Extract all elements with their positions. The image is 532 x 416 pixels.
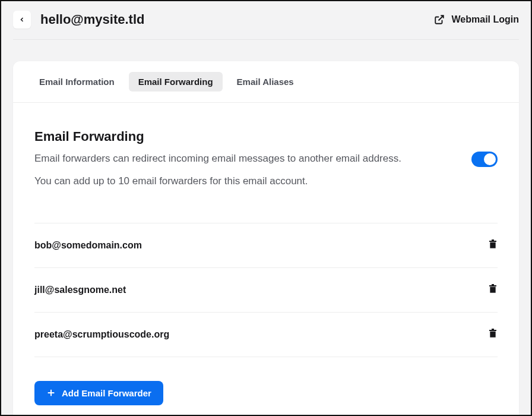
add-email-forwarder-button[interactable]: Add Email Forwarder (34, 381, 163, 405)
section-title: Email Forwarding (34, 129, 401, 144)
forwarder-row: bob@somedomain.com (34, 223, 498, 267)
svg-rect-7 (490, 331, 495, 337)
delete-forwarder-button[interactable] (488, 328, 498, 341)
main-card: Email Information Email Forwarding Email… (13, 61, 519, 416)
section-desc-1: Email forwarders can redirect incoming e… (34, 152, 401, 166)
webmail-login-label: Webmail Login (452, 14, 519, 25)
svg-rect-8 (489, 330, 496, 331)
webmail-login-link[interactable]: Webmail Login (434, 14, 519, 25)
trash-icon (488, 283, 498, 294)
forwarding-toggle[interactable] (471, 152, 498, 167)
forwarder-row: jill@salesgnome.net (34, 267, 498, 312)
chevron-left-icon (18, 16, 26, 23)
section-header: Email Forwarding Email forwarders can re… (34, 129, 498, 197)
svg-rect-6 (492, 284, 494, 285)
forwarder-email: jill@salesgnome.net (34, 285, 126, 295)
add-button-label: Add Email Forwarder (62, 388, 151, 398)
svg-rect-2 (489, 241, 496, 242)
svg-rect-4 (490, 286, 495, 292)
header-left: hello@mysite.tld (13, 11, 144, 29)
svg-rect-3 (492, 239, 494, 241)
back-button[interactable] (13, 11, 31, 29)
forwarder-email: bob@somedomain.com (34, 240, 142, 251)
svg-line-0 (438, 15, 443, 20)
trash-icon (488, 328, 498, 339)
tab-email-information[interactable]: Email Information (30, 72, 124, 92)
section-header-text: Email Forwarding Email forwarders can re… (34, 129, 401, 197)
page-title: hello@mysite.tld (40, 12, 144, 27)
tab-content: Email Forwarding Email forwarders can re… (13, 103, 519, 416)
svg-rect-1 (490, 242, 495, 248)
forwarder-row: preeta@scrumptiouscode.org (34, 312, 498, 357)
external-link-icon (434, 14, 445, 25)
plus-icon (46, 388, 56, 398)
page-header: hello@mysite.tld Webmail Login (13, 11, 519, 40)
delete-forwarder-button[interactable] (488, 239, 498, 252)
forwarders-list: bob@somedomain.com jill@salesgnome.net (34, 223, 498, 357)
tab-email-aliases[interactable]: Email Aliases (227, 72, 303, 92)
trash-icon (488, 239, 498, 250)
tab-email-forwarding[interactable]: Email Forwarding (129, 72, 223, 92)
delete-forwarder-button[interactable] (488, 283, 498, 297)
tabs: Email Information Email Forwarding Email… (13, 61, 519, 103)
forwarder-email: preeta@scrumptiouscode.org (34, 329, 169, 340)
svg-rect-5 (489, 285, 496, 286)
section-desc-2: You can add up to 10 email forwarders fo… (34, 174, 401, 188)
svg-rect-9 (492, 329, 494, 330)
